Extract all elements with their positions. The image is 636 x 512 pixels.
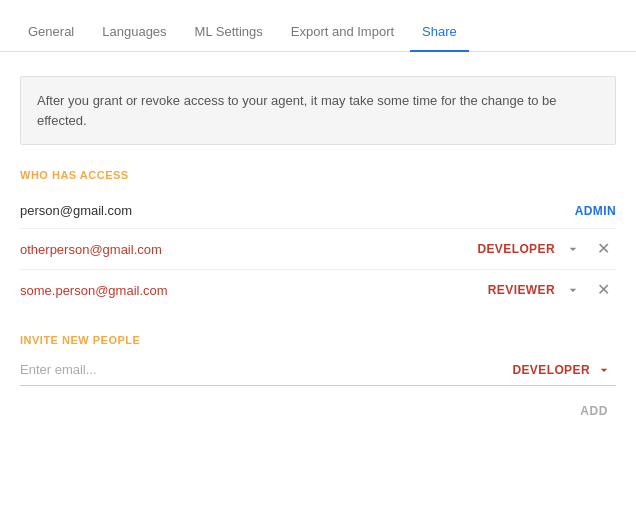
info-banner-text: After you grant or revoke access to your… <box>37 93 557 128</box>
tab-ml-settings[interactable]: ML Settings <box>183 10 275 51</box>
add-button[interactable]: ADD <box>572 400 616 422</box>
access-row-admin: person@gmail.com ADMIN <box>20 193 616 229</box>
invite-email-input[interactable] <box>20 358 500 381</box>
user-email-developer: otherperson@gmail.com <box>20 242 162 257</box>
invite-role-label: DEVELOPER <box>512 363 590 377</box>
invite-role-controls: DEVELOPER <box>512 360 616 380</box>
chevron-down-icon <box>565 282 581 298</box>
role-label-admin: ADMIN <box>575 204 616 218</box>
add-row: ADD <box>20 400 616 422</box>
role-controls-reviewer: REVIEWER ✕ <box>488 280 616 300</box>
user-email-admin: person@gmail.com <box>20 203 132 218</box>
tab-general[interactable]: General <box>16 10 86 51</box>
access-row-developer: otherperson@gmail.com DEVELOPER ✕ <box>20 229 616 270</box>
remove-developer-button[interactable]: ✕ <box>591 239 616 259</box>
invite-row: DEVELOPER <box>20 358 616 386</box>
reviewer-role-dropdown[interactable] <box>561 280 585 300</box>
remove-reviewer-button[interactable]: ✕ <box>591 280 616 300</box>
chevron-down-icon <box>565 241 581 257</box>
invite-section: INVITE NEW PEOPLE DEVELOPER ADD <box>20 334 616 422</box>
invite-role-dropdown[interactable] <box>592 360 616 380</box>
main-content: After you grant or revoke access to your… <box>0 52 636 446</box>
role-label-developer: DEVELOPER <box>477 242 555 256</box>
info-banner: After you grant or revoke access to your… <box>20 76 616 145</box>
role-controls-developer: DEVELOPER ✕ <box>477 239 616 259</box>
access-section-header: WHO HAS ACCESS <box>20 169 616 181</box>
tab-nav: General Languages ML Settings Export and… <box>0 0 636 52</box>
role-label-reviewer: REVIEWER <box>488 283 555 297</box>
tab-share[interactable]: Share <box>410 10 469 51</box>
role-controls-admin: ADMIN <box>575 204 616 218</box>
tab-export-import[interactable]: Export and Import <box>279 10 406 51</box>
tab-languages[interactable]: Languages <box>90 10 178 51</box>
user-email-reviewer: some.person@gmail.com <box>20 283 168 298</box>
developer-role-dropdown[interactable] <box>561 239 585 259</box>
access-row-reviewer: some.person@gmail.com REVIEWER ✕ <box>20 270 616 310</box>
access-list: WHO HAS ACCESS person@gmail.com ADMIN ot… <box>20 169 616 310</box>
invite-section-header: INVITE NEW PEOPLE <box>20 334 616 346</box>
chevron-down-icon <box>596 362 612 378</box>
